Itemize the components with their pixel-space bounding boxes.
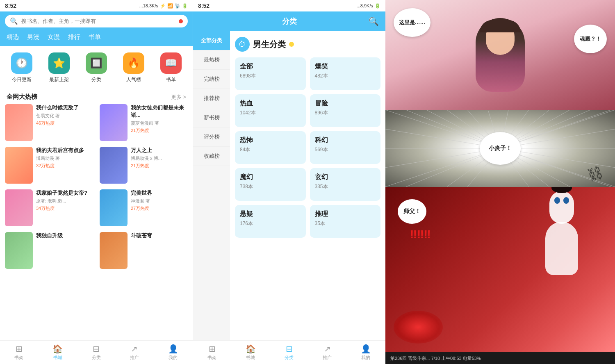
sidebar-cat-score[interactable]: 评分榜 [193,127,230,147]
nav-promote-2[interactable]: ↗ 推广 [323,344,332,361]
nav-profile-2[interactable]: 👤 我的 [361,344,371,361]
category-nav-label-1: 分类 [92,355,101,361]
search-input-wrap[interactable]: 🔍 [5,15,188,27]
quick-icon-popularity[interactable]: 🔥 人气榜 [123,52,144,83]
cat-count-action: 1042本 [240,109,301,116]
book-title-7: 我独自升级 [36,232,93,239]
category-header: 分类 🔍 [193,11,385,31]
book-item-2[interactable]: 我的女徒弟们都是未来诸... 菠萝包漫画 著 21万热度 [100,104,188,141]
quick-icon-new[interactable]: ⭐ 最新上架 [48,52,70,83]
profile-icon-2: 👤 [361,344,371,354]
book-info-1: 我什么时候无敌了 创易文化 著 46万热度 [36,104,93,141]
sidebar-cat-new[interactable]: 新书榜 [193,108,230,127]
book-cover-7 [5,232,33,269]
male-badge [289,42,294,47]
cat-name-funny: 爆笑 [315,62,376,71]
category-search-button[interactable]: 🔍 [369,16,379,26]
promote-label-1: 推广 [130,355,139,361]
nav-promote-1[interactable]: ↗ 推广 [130,344,139,361]
cat-name-all: 全部 [240,62,301,71]
book-item-5[interactable]: 我家娘子竟然是女帝? 原著: 老狗,刺... 34万热度 [5,189,93,226]
book-title-5: 我家娘子竟然是女帝? [36,189,93,197]
cat-count-all: 6898本 [240,73,301,80]
cat-card-xuanhuan[interactable]: 玄幻 335本 [310,168,381,201]
cat-card-horror[interactable]: 恐怖 84本 [235,131,306,164]
search-input[interactable] [21,18,175,24]
manga-panel-1: 这里是…… 魂殿？！ [385,0,615,110]
cat-card-scifi[interactable]: 科幻 569本 [310,131,381,164]
cat-card-magic[interactable]: 魔幻 738本 [235,168,306,201]
male-section-title: 男生分类 [253,39,286,50]
book-item-6[interactable]: 完美世界 神漫君 著 27万热度 [100,189,188,226]
sidebar-cat-recommend[interactable]: 推荐榜 [193,89,230,108]
shelf-icon-1: ⊞ [16,344,23,354]
status-bar-2: 8:52 ...8.9K/s 🔋 [193,0,385,11]
tab-nanman[interactable]: 男漫 [27,32,39,42]
sidebar-cat-complete[interactable]: 完结榜 [193,70,230,89]
book-cover-2 [100,104,128,141]
book-heat-4: 21万热度 [131,163,188,169]
quick-icon-today[interactable]: 🕐 今日更新 [11,52,32,83]
book-item-7[interactable]: 我独自升级 [5,232,93,269]
cat-name-action: 热血 [240,99,301,108]
speech-bubble-2: 小炎子！ [480,132,521,165]
cat-card-detective[interactable]: 推理 35本 [310,205,381,238]
today-update-label: 今日更新 [12,76,32,83]
nav-category-1[interactable]: ⊟ 分类 [92,344,101,361]
profile-icon-1: 👤 [168,344,178,354]
sidebar-cat-hot[interactable]: 最热榜 [193,50,230,70]
book-title-2: 我的女徒弟们都是未来诸... [131,104,188,119]
quick-access-icons: 🕐 今日更新 ⭐ 最新上架 🔲 分类 🔥 人气榜 📖 书单 [0,46,193,90]
category-title: 分类 [282,16,297,26]
profile-label-2: 我的 [361,355,370,361]
sidebar-cat-all[interactable]: 全部分类 [193,31,230,50]
tab-jingxuan[interactable]: 精选 [7,32,19,42]
bookstore-icon-1: 🏠 [52,344,63,354]
nav-profile-1[interactable]: 👤 我的 [168,344,178,361]
cat-name-mystery: 悬疑 [240,210,301,218]
nav-category-2[interactable]: ⊟ 分类 [285,344,294,361]
book-item-3[interactable]: 我的夫君后宫有点多 博易动漫 著 32万热度 [5,147,93,184]
status-icons-2: ...8.9K/s 🔋 [357,3,380,9]
book-info-5: 我家娘子竟然是女帝? 原著: 老狗,刺... 34万热度 [36,189,93,226]
bookstore-icon-2: 🏠 [246,344,256,354]
cat-card-mystery[interactable]: 悬疑 176本 [235,205,306,238]
category-icon: 🔲 [86,52,107,74]
quick-icon-booklist[interactable]: 📖 书单 [160,52,182,83]
book-heat-3: 32万热度 [36,163,93,169]
search-bar: 🔍 [0,11,193,31]
cat-count-xuanhuan: 335本 [315,183,376,190]
tab-shudang[interactable]: 书单 [89,32,101,42]
book-cover-6 [100,189,128,226]
battery-1: 🔋 [182,3,188,9]
book-item-4[interactable]: 万人之上 博易动漫 x 博... 21万热度 [100,147,188,184]
book-item-8[interactable]: 斗破苍穹 [100,232,188,269]
more-link[interactable]: 更多 > [171,93,186,101]
book-heat-1: 46万热度 [36,120,93,126]
nav-bookstore-2[interactable]: 🏠 书城 [246,344,256,361]
sidebar-cat-collect[interactable]: 收藏榜 [193,147,230,166]
cat-name-horror: 恐怖 [240,136,301,145]
male-icon: ⏱ [235,37,250,52]
cat-card-all[interactable]: 全部 6898本 [235,57,306,90]
male-section-header: ⏱ 男生分类 [235,37,380,52]
nav-shelf-2[interactable]: ⊞ 书架 [207,344,216,361]
cat-name-adventure: 冒险 [315,99,376,108]
panel-book-city: 8:52 ...18.3K/s ⚡ 📶 📡 🔋 🔍 精选 男漫 女漫 排行 书单… [0,0,193,364]
cat-card-adventure[interactable]: 冒险 896本 [310,94,381,127]
wifi-icon: 📡 [175,3,180,9]
book-item-1[interactable]: 我什么时候无敌了 创易文化 著 46万热度 [5,104,93,141]
nav-bookstore-1[interactable]: 🏠 书城 [52,344,63,361]
tab-nvman[interactable]: 女漫 [48,32,60,42]
quick-icon-category[interactable]: 🔲 分类 [86,52,107,83]
cat-card-action[interactable]: 热血 1042本 [235,94,306,127]
panel-manga-reader: 这里是…… 魂殿？！ [385,0,615,364]
cat-count-horror: 84本 [240,146,301,153]
status-bar-1: 8:52 ...18.3K/s ⚡ 📶 📡 🔋 [0,0,193,11]
nav-shelf-1[interactable]: ⊞ 书架 [14,344,23,361]
book-cover-1 [5,104,33,141]
cat-card-funny[interactable]: 爆笑 482本 [310,57,381,90]
tab-paihang[interactable]: 排行 [68,32,80,42]
main-category-content: ⏱ 男生分类 全部 6898本 爆笑 482本 热血 1042本 冒险 [230,31,385,340]
book-title-6: 完美世界 [131,189,188,197]
